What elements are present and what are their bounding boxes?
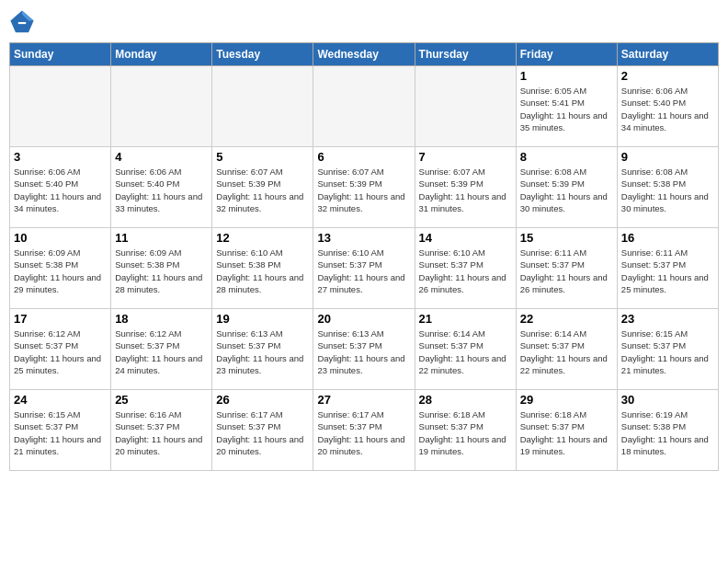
calendar-cell: 3Sunrise: 6:06 AMSunset: 5:40 PMDaylight…: [10, 147, 111, 228]
calendar-cell: 2Sunrise: 6:06 AMSunset: 5:40 PMDaylight…: [617, 66, 718, 147]
day-number: 21: [419, 312, 512, 326]
calendar-cell: 6Sunrise: 6:07 AMSunset: 5:39 PMDaylight…: [313, 147, 415, 228]
calendar-cell: 10Sunrise: 6:09 AMSunset: 5:38 PMDayligh…: [10, 228, 111, 309]
calendar-cell: 19Sunrise: 6:13 AMSunset: 5:37 PMDayligh…: [212, 309, 313, 390]
day-number: 13: [317, 231, 410, 245]
day-info: Sunrise: 6:13 AMSunset: 5:37 PMDaylight:…: [216, 327, 309, 376]
header-row: SundayMondayTuesdayWednesdayThursdayFrid…: [10, 43, 719, 66]
day-number: 26: [216, 393, 309, 407]
day-number: 8: [520, 150, 613, 164]
day-info: Sunrise: 6:06 AMSunset: 5:40 PMDaylight:…: [14, 166, 107, 214]
calendar-cell: 14Sunrise: 6:10 AMSunset: 5:37 PMDayligh…: [415, 228, 516, 309]
week-row-0: 1Sunrise: 6:05 AMSunset: 5:41 PMDaylight…: [10, 66, 719, 147]
day-number: 5: [216, 150, 309, 164]
day-info: Sunrise: 6:10 AMSunset: 5:38 PMDaylight:…: [216, 247, 309, 295]
calendar-cell: 29Sunrise: 6:18 AMSunset: 5:37 PMDayligh…: [516, 390, 617, 471]
calendar-cell: 20Sunrise: 6:13 AMSunset: 5:37 PMDayligh…: [313, 309, 415, 390]
day-info: Sunrise: 6:13 AMSunset: 5:37 PMDaylight:…: [317, 327, 410, 376]
day-info: Sunrise: 6:18 AMSunset: 5:37 PMDaylight:…: [419, 408, 512, 457]
calendar-cell: 22Sunrise: 6:14 AMSunset: 5:37 PMDayligh…: [516, 309, 617, 390]
calendar-cell: 21Sunrise: 6:14 AMSunset: 5:37 PMDayligh…: [415, 309, 516, 390]
day-info: Sunrise: 6:15 AMSunset: 5:37 PMDaylight:…: [14, 408, 107, 457]
day-number: 28: [419, 393, 512, 407]
day-info: Sunrise: 6:07 AMSunset: 5:39 PMDaylight:…: [216, 166, 309, 214]
header-sunday: Sunday: [10, 43, 111, 66]
day-number: 3: [14, 150, 107, 164]
calendar-cell: 23Sunrise: 6:15 AMSunset: 5:37 PMDayligh…: [617, 309, 718, 390]
header-saturday: Saturday: [617, 43, 718, 66]
calendar-cell: 15Sunrise: 6:11 AMSunset: 5:37 PMDayligh…: [516, 228, 617, 309]
day-number: 18: [115, 312, 208, 326]
calendar-cell: 7Sunrise: 6:07 AMSunset: 5:39 PMDaylight…: [415, 147, 516, 228]
week-row-2: 10Sunrise: 6:09 AMSunset: 5:38 PMDayligh…: [10, 228, 719, 309]
day-info: Sunrise: 6:14 AMSunset: 5:37 PMDaylight:…: [419, 327, 512, 376]
day-info: Sunrise: 6:07 AMSunset: 5:39 PMDaylight:…: [317, 166, 410, 214]
day-number: 16: [621, 231, 714, 245]
day-number: 14: [419, 231, 512, 245]
day-info: Sunrise: 6:09 AMSunset: 5:38 PMDaylight:…: [115, 247, 208, 295]
calendar-body: 1Sunrise: 6:05 AMSunset: 5:41 PMDaylight…: [10, 66, 719, 471]
calendar-header: SundayMondayTuesdayWednesdayThursdayFrid…: [10, 43, 719, 66]
day-info: Sunrise: 6:10 AMSunset: 5:37 PMDaylight:…: [317, 247, 410, 295]
day-info: Sunrise: 6:11 AMSunset: 5:37 PMDaylight:…: [621, 247, 714, 295]
day-info: Sunrise: 6:06 AMSunset: 5:40 PMDaylight:…: [115, 166, 208, 214]
day-number: 30: [621, 393, 714, 407]
day-number: 25: [115, 393, 208, 407]
svg-rect-2: [18, 22, 26, 24]
calendar-cell: 11Sunrise: 6:09 AMSunset: 5:38 PMDayligh…: [111, 228, 212, 309]
calendar-cell: [415, 66, 516, 147]
calendar-cell: 27Sunrise: 6:17 AMSunset: 5:37 PMDayligh…: [313, 390, 415, 471]
week-row-1: 3Sunrise: 6:06 AMSunset: 5:40 PMDaylight…: [10, 147, 719, 228]
day-info: Sunrise: 6:06 AMSunset: 5:40 PMDaylight:…: [621, 85, 714, 133]
day-number: 19: [216, 312, 309, 326]
week-row-4: 24Sunrise: 6:15 AMSunset: 5:37 PMDayligh…: [10, 390, 719, 471]
day-info: Sunrise: 6:14 AMSunset: 5:37 PMDaylight:…: [520, 327, 613, 376]
day-info: Sunrise: 6:08 AMSunset: 5:39 PMDaylight:…: [520, 166, 613, 214]
calendar-cell: 1Sunrise: 6:05 AMSunset: 5:41 PMDaylight…: [516, 66, 617, 147]
logo-icon: [9, 9, 35, 35]
day-number: 1: [520, 69, 613, 83]
day-number: 7: [419, 150, 512, 164]
day-info: Sunrise: 6:15 AMSunset: 5:37 PMDaylight:…: [621, 327, 714, 376]
day-info: Sunrise: 6:18 AMSunset: 5:37 PMDaylight:…: [520, 408, 613, 457]
page-header: [9, 9, 719, 35]
calendar-cell: 5Sunrise: 6:07 AMSunset: 5:39 PMDaylight…: [212, 147, 313, 228]
calendar-cell: 28Sunrise: 6:18 AMSunset: 5:37 PMDayligh…: [415, 390, 516, 471]
day-number: 12: [216, 231, 309, 245]
day-number: 17: [14, 312, 107, 326]
header-tuesday: Tuesday: [212, 43, 313, 66]
calendar-cell: 24Sunrise: 6:15 AMSunset: 5:37 PMDayligh…: [10, 390, 111, 471]
day-number: 10: [14, 231, 107, 245]
calendar-cell: 18Sunrise: 6:12 AMSunset: 5:37 PMDayligh…: [111, 309, 212, 390]
day-info: Sunrise: 6:17 AMSunset: 5:37 PMDaylight:…: [317, 408, 410, 457]
day-number: 20: [317, 312, 410, 326]
header-monday: Monday: [111, 43, 212, 66]
calendar-table: SundayMondayTuesdayWednesdayThursdayFrid…: [9, 42, 719, 471]
calendar-cell: [313, 66, 415, 147]
calendar-cell: 30Sunrise: 6:19 AMSunset: 5:38 PMDayligh…: [617, 390, 718, 471]
day-info: Sunrise: 6:08 AMSunset: 5:38 PMDaylight:…: [621, 166, 714, 214]
day-info: Sunrise: 6:11 AMSunset: 5:37 PMDaylight:…: [520, 247, 613, 295]
header-thursday: Thursday: [415, 43, 516, 66]
day-number: 9: [621, 150, 714, 164]
day-info: Sunrise: 6:12 AMSunset: 5:37 PMDaylight:…: [14, 327, 107, 376]
day-number: 15: [520, 231, 613, 245]
day-info: Sunrise: 6:05 AMSunset: 5:41 PMDaylight:…: [520, 85, 613, 133]
header-friday: Friday: [516, 43, 617, 66]
week-row-3: 17Sunrise: 6:12 AMSunset: 5:37 PMDayligh…: [10, 309, 719, 390]
calendar-cell: 26Sunrise: 6:17 AMSunset: 5:37 PMDayligh…: [212, 390, 313, 471]
day-info: Sunrise: 6:07 AMSunset: 5:39 PMDaylight:…: [419, 166, 512, 214]
day-number: 11: [115, 231, 208, 245]
calendar-cell: 4Sunrise: 6:06 AMSunset: 5:40 PMDaylight…: [111, 147, 212, 228]
day-info: Sunrise: 6:09 AMSunset: 5:38 PMDaylight:…: [14, 247, 107, 295]
calendar-cell: [212, 66, 313, 147]
day-number: 29: [520, 393, 613, 407]
calendar-cell: 16Sunrise: 6:11 AMSunset: 5:37 PMDayligh…: [617, 228, 718, 309]
calendar-cell: 9Sunrise: 6:08 AMSunset: 5:38 PMDaylight…: [617, 147, 718, 228]
calendar-cell: 8Sunrise: 6:08 AMSunset: 5:39 PMDaylight…: [516, 147, 617, 228]
day-number: 22: [520, 312, 613, 326]
logo: [9, 9, 39, 35]
calendar-cell: 17Sunrise: 6:12 AMSunset: 5:37 PMDayligh…: [10, 309, 111, 390]
day-info: Sunrise: 6:16 AMSunset: 5:37 PMDaylight:…: [115, 408, 208, 457]
calendar-cell: 13Sunrise: 6:10 AMSunset: 5:37 PMDayligh…: [313, 228, 415, 309]
